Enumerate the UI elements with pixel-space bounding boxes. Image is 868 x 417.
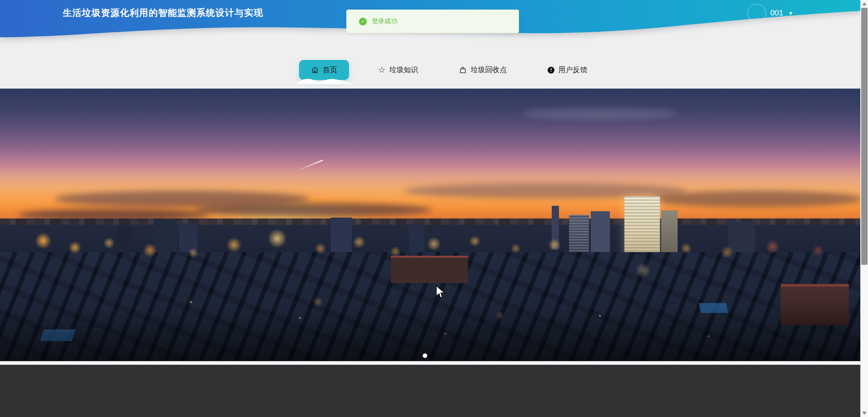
content-divider-strip (0, 361, 860, 365)
tab-user-feedback-label: 用户反馈 (558, 65, 587, 75)
tab-user-feedback[interactable]: ! 用户反馈 (536, 60, 599, 80)
tab-home[interactable]: 首页 (299, 60, 349, 80)
chevron-down-icon: ▼ (788, 11, 793, 16)
login-success-toast: ✓ 登录成功 (346, 10, 519, 33)
bottom-vignette (0, 307, 860, 361)
bag-icon (459, 66, 467, 74)
hero-carousel[interactable] (0, 89, 860, 361)
footer (0, 365, 860, 417)
user-avatar[interactable] (748, 5, 765, 22)
star-icon: ☆ (378, 66, 385, 74)
toast-message: 登录成功 (372, 17, 397, 25)
tab-home-label: 首页 (323, 65, 337, 75)
username-label: 001 (770, 9, 783, 18)
page: 生活垃圾资源化利用的智能监测系统设计与实现 001 ▼ ✓ 登录成功 首页 ☆ … (0, 0, 868, 417)
tab-garbage-knowledge[interactable]: ☆ 垃圾知识 (366, 60, 430, 80)
tab-recycle-points-label: 垃圾回收点 (470, 65, 507, 75)
tab-garbage-knowledge-label: 垃圾知识 (389, 65, 418, 75)
scrollbar-thumb[interactable] (861, 8, 868, 265)
mouse-cursor (435, 285, 445, 299)
tab-recycle-points[interactable]: 垃圾回收点 (447, 60, 519, 80)
success-check-icon: ✓ (359, 18, 367, 25)
alert-icon: ! (548, 67, 554, 74)
main-nav: 首页 ☆ 垃圾知识 垃圾回收点 ! 用户反馈 (299, 60, 599, 80)
carousel-dot-active[interactable] (423, 353, 427, 358)
active-tab-wave (296, 77, 353, 84)
home-icon (311, 66, 319, 74)
scrollbar-up-arrow[interactable] (862, 2, 867, 5)
scrollbar[interactable] (860, 0, 868, 417)
page-title: 生活垃圾资源化利用的智能监测系统设计与实现 (63, 7, 263, 19)
user-menu[interactable]: 001 ▼ (748, 5, 793, 22)
scrollbar-down-arrow[interactable] (862, 412, 867, 415)
